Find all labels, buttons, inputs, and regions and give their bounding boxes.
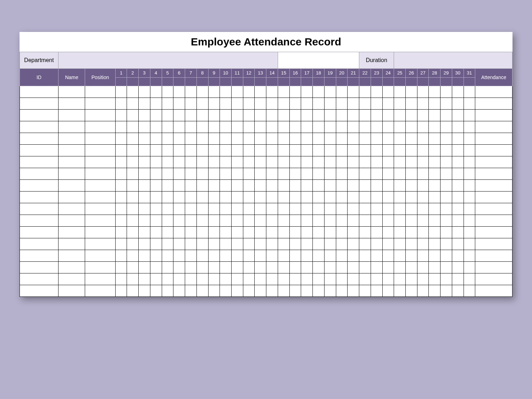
cell-day[interactable] [394, 262, 406, 273]
cell-day[interactable] [440, 285, 452, 297]
cell-day[interactable] [382, 203, 394, 215]
cell-day[interactable] [464, 250, 475, 262]
cell-name[interactable] [58, 203, 85, 215]
cell-day[interactable] [255, 285, 266, 297]
cell-day[interactable] [359, 285, 371, 297]
cell-attendance[interactable] [475, 203, 512, 215]
cell-day[interactable] [185, 285, 197, 297]
cell-day[interactable] [371, 168, 382, 180]
cell-day[interactable] [394, 86, 406, 98]
cell-day[interactable] [324, 273, 336, 285]
cell-day[interactable] [405, 215, 417, 227]
cell-day[interactable] [266, 98, 278, 110]
cell-day[interactable] [255, 156, 266, 168]
cell-day[interactable] [150, 203, 162, 215]
cell-day[interactable] [464, 273, 475, 285]
cell-day[interactable] [162, 273, 173, 285]
cell-day[interactable] [127, 168, 139, 180]
cell-day[interactable] [231, 192, 243, 203]
cell-position[interactable] [85, 203, 115, 215]
cell-day[interactable] [162, 145, 173, 156]
cell-day[interactable] [231, 273, 243, 285]
cell-day[interactable] [336, 168, 348, 180]
cell-day[interactable] [208, 145, 220, 156]
cell-day[interactable] [231, 285, 243, 297]
cell-day[interactable] [371, 262, 382, 273]
cell-day[interactable] [278, 133, 289, 145]
cell-day[interactable] [348, 273, 359, 285]
cell-day[interactable] [464, 145, 475, 156]
cell-day[interactable] [336, 192, 348, 203]
cell-day[interactable] [464, 168, 475, 180]
cell-day[interactable] [371, 156, 382, 168]
cell-day[interactable] [289, 238, 301, 250]
cell-attendance[interactable] [475, 145, 512, 156]
cell-position[interactable] [85, 285, 115, 297]
cell-day[interactable] [417, 121, 429, 133]
cell-day[interactable] [417, 145, 429, 156]
cell-day[interactable] [371, 215, 382, 227]
cell-day[interactable] [278, 86, 289, 98]
cell-day[interactable] [313, 98, 325, 110]
cell-day[interactable] [405, 121, 417, 133]
cell-day[interactable] [324, 156, 336, 168]
cell-day[interactable] [417, 98, 429, 110]
cell-day[interactable] [278, 262, 289, 273]
cell-day[interactable] [185, 203, 197, 215]
cell-id[interactable] [20, 227, 59, 238]
cell-day[interactable] [208, 180, 220, 192]
cell-day[interactable] [289, 227, 301, 238]
cell-day[interactable] [231, 98, 243, 110]
cell-day[interactable] [220, 273, 232, 285]
cell-day[interactable] [243, 168, 255, 180]
cell-day[interactable] [394, 98, 406, 110]
cell-position[interactable] [85, 133, 115, 145]
cell-day[interactable] [336, 262, 348, 273]
cell-day[interactable] [162, 215, 173, 227]
cell-day[interactable] [452, 168, 464, 180]
cell-day[interactable] [220, 98, 232, 110]
cell-day[interactable] [243, 145, 255, 156]
cell-day[interactable] [440, 215, 452, 227]
cell-day[interactable] [359, 110, 371, 121]
cell-day[interactable] [405, 180, 417, 192]
cell-day[interactable] [162, 262, 173, 273]
cell-day[interactable] [289, 145, 301, 156]
cell-id[interactable] [20, 192, 59, 203]
cell-day[interactable] [115, 273, 127, 285]
cell-day[interactable] [336, 133, 348, 145]
cell-day[interactable] [452, 273, 464, 285]
cell-day[interactable] [196, 192, 208, 203]
cell-day[interactable] [429, 203, 440, 215]
cell-day[interactable] [185, 273, 197, 285]
cell-day[interactable] [324, 121, 336, 133]
cell-day[interactable] [150, 262, 162, 273]
cell-day[interactable] [173, 227, 185, 238]
cell-day[interactable] [196, 121, 208, 133]
cell-day[interactable] [348, 227, 359, 238]
cell-name[interactable] [58, 215, 85, 227]
cell-attendance[interactable] [475, 156, 512, 168]
department-value[interactable] [58, 52, 278, 69]
cell-day[interactable] [150, 250, 162, 262]
cell-day[interactable] [266, 285, 278, 297]
cell-day[interactable] [452, 110, 464, 121]
cell-name[interactable] [58, 285, 85, 297]
cell-day[interactable] [127, 180, 139, 192]
cell-attendance[interactable] [475, 262, 512, 273]
cell-position[interactable] [85, 121, 115, 133]
cell-day[interactable] [371, 285, 382, 297]
cell-day[interactable] [127, 121, 139, 133]
cell-day[interactable] [208, 262, 220, 273]
cell-day[interactable] [394, 133, 406, 145]
cell-day[interactable] [371, 133, 382, 145]
cell-day[interactable] [301, 180, 313, 192]
cell-attendance[interactable] [475, 227, 512, 238]
cell-day[interactable] [417, 262, 429, 273]
cell-attendance[interactable] [475, 238, 512, 250]
cell-day[interactable] [289, 192, 301, 203]
cell-day[interactable] [440, 133, 452, 145]
cell-id[interactable] [20, 86, 59, 98]
cell-day[interactable] [127, 285, 139, 297]
cell-day[interactable] [417, 215, 429, 227]
